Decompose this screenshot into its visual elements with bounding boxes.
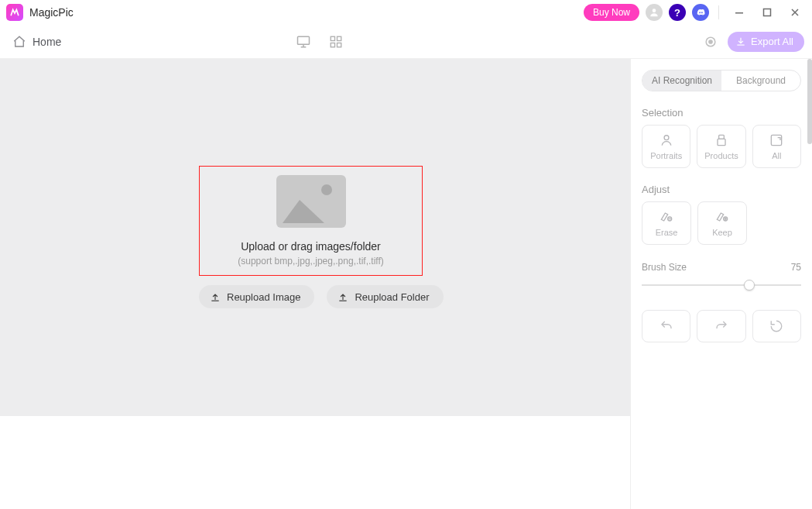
dropzone-subtitle: (support bmp,.jpg,.jpeg,.png,.tif,.tiff): [238, 256, 384, 267]
selection-products[interactable]: Products: [697, 125, 745, 168]
svg-rect-11: [719, 135, 725, 139]
svg-rect-4: [331, 36, 334, 40]
reset-button[interactable]: [752, 310, 801, 342]
home-icon: [12, 35, 26, 49]
selection-products-label: Products: [704, 151, 738, 160]
image-placeholder-icon: [276, 175, 346, 228]
app-logo-icon: [6, 4, 23, 21]
portrait-icon: [659, 132, 674, 148]
dropzone-title: Upload or drag images/folder: [241, 240, 381, 253]
svg-rect-7: [337, 43, 341, 46]
adjust-keep-label: Keep: [712, 228, 732, 237]
svg-rect-5: [337, 36, 341, 40]
selection-label: Selection: [642, 107, 801, 119]
buy-now-button[interactable]: Buy Now: [584, 4, 639, 21]
reupload-image-button[interactable]: Reupload Image: [199, 285, 314, 308]
app-brand: MagicPic: [6, 4, 74, 21]
close-button[interactable]: [784, 2, 806, 22]
download-icon: [735, 36, 746, 47]
selection-portraits[interactable]: Portraits: [642, 125, 690, 168]
upload-dropzone[interactable]: Upload or drag images/folder (support bm…: [199, 166, 423, 276]
tab-ai-recognition[interactable]: AI Recognition: [642, 71, 721, 91]
title-bar: MagicPic Buy Now ?: [0, 0, 812, 25]
upload-icon: [210, 291, 221, 302]
adjust-keep[interactable]: Keep: [697, 201, 747, 245]
keep-icon: [714, 209, 730, 225]
scrollbar[interactable]: [807, 59, 812, 144]
export-all-label: Export All: [751, 36, 793, 47]
discord-icon[interactable]: [692, 4, 709, 21]
svg-point-10: [664, 136, 669, 140]
svg-point-0: [653, 9, 656, 12]
selection-all-label: All: [772, 151, 781, 160]
home-button[interactable]: Home: [8, 32, 66, 52]
canvas-area: Upload or drag images/folder (support bm…: [0, 59, 630, 416]
mode-tabs: AI Recognition Background: [642, 70, 801, 91]
reupload-folder-label: Reupload Folder: [355, 291, 429, 303]
help-icon[interactable]: ?: [669, 4, 686, 21]
side-panel: AI Recognition Background Selection Port…: [630, 59, 812, 509]
redo-button[interactable]: [697, 310, 745, 342]
toolbar: Home Export All: [0, 25, 812, 59]
svg-rect-1: [735, 12, 743, 14]
brush-size-value: 75: [791, 262, 801, 273]
svg-rect-2: [764, 9, 771, 16]
reupload-image-label: Reupload Image: [227, 291, 300, 303]
svg-rect-3: [298, 36, 310, 44]
svg-point-9: [709, 40, 712, 43]
adjust-label: Adjust: [642, 184, 801, 195]
tab-background[interactable]: Background: [721, 71, 800, 91]
svg-rect-6: [331, 43, 334, 46]
adjust-erase-label: Erase: [656, 228, 678, 237]
upload-icon: [337, 291, 348, 302]
undo-button[interactable]: [642, 310, 690, 342]
brush-size-slider[interactable]: [642, 277, 801, 293]
account-icon[interactable]: [646, 4, 663, 21]
maximize-button[interactable]: [756, 2, 778, 22]
target-icon[interactable]: [701, 33, 720, 51]
home-label: Home: [33, 36, 61, 48]
product-icon: [714, 132, 729, 148]
minimize-button[interactable]: [728, 2, 750, 22]
reupload-folder-button[interactable]: Reupload Folder: [327, 285, 443, 308]
adjust-erase[interactable]: Erase: [642, 201, 691, 245]
redo-icon: [714, 319, 728, 333]
all-icon: [769, 132, 784, 148]
selection-all[interactable]: All: [752, 125, 801, 168]
app-name: MagicPic: [29, 6, 74, 19]
erase-icon: [659, 209, 674, 225]
brush-size-label: Brush Size: [642, 262, 687, 273]
grid-view-icon[interactable]: [327, 33, 345, 51]
svg-rect-12: [718, 139, 725, 145]
reset-icon: [769, 319, 783, 333]
display-view-icon[interactable]: [294, 33, 313, 51]
separator: [718, 5, 719, 19]
undo-icon: [660, 319, 673, 333]
selection-portraits-label: Portraits: [650, 151, 682, 160]
export-all-button[interactable]: Export All: [728, 32, 804, 52]
